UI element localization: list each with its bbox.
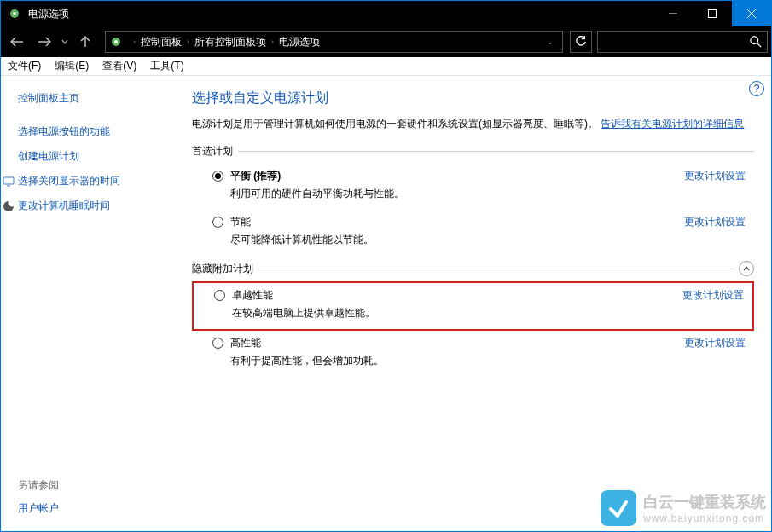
breadcrumb[interactable]: › 控制面板 › 所有控制面板项 › 电源选项 ⌄	[105, 31, 563, 53]
change-plan-settings-link[interactable]: 更改计划设置	[684, 169, 746, 183]
refresh-button[interactable]	[570, 31, 592, 53]
menu-bar: 文件(F) 编辑(E) 查看(V) 工具(T)	[1, 57, 771, 76]
svg-point-4	[114, 40, 118, 43]
plan-balanced: 平衡 (推荐) 更改计划设置 利用可用的硬件自动平衡功耗与性能。	[192, 164, 754, 210]
plan-high: 高性能 更改计划设置 有利于提高性能，但会增加功耗。	[192, 331, 754, 377]
radio-saver[interactable]	[212, 217, 223, 228]
page-description: 电源计划是用于管理计算机如何使用电源的一套硬件和系统设置(如显示器亮度、睡眠等)…	[192, 116, 754, 132]
svg-point-5	[751, 37, 758, 44]
menu-file[interactable]: 文件(F)	[1, 59, 48, 73]
title-bar: 电源选项	[1, 1, 771, 26]
plan-ultimate: 卓越性能 更改计划设置 在较高端电脑上提供卓越性能。	[192, 281, 754, 331]
sidebar: 控制面板主页 选择电源按钮的功能 创建电源计划 选择关闭显示器的时间 更改计算机…	[1, 76, 180, 531]
plan-name[interactable]: 卓越性能	[232, 288, 273, 303]
watermark-brand: 白云一键重装系统	[643, 492, 766, 512]
sidebar-display-off[interactable]: 选择关闭显示器的时间	[18, 174, 170, 188]
close-button[interactable]	[732, 1, 771, 26]
chevron-right-icon: ›	[187, 38, 189, 46]
minimize-button[interactable]	[653, 1, 693, 26]
moon-icon	[3, 200, 15, 212]
sidebar-home[interactable]: 控制面板主页	[18, 91, 170, 106]
nav-bar: › 控制面板 › 所有控制面板项 › 电源选项 ⌄	[1, 26, 771, 57]
up-button[interactable]	[73, 29, 98, 55]
plan-desc: 有利于提高性能，但会增加功耗。	[230, 354, 746, 368]
plan-name[interactable]: 高性能	[230, 336, 261, 350]
plan-saver: 节能 更改计划设置 尽可能降低计算机性能以节能。	[192, 210, 754, 256]
search-input[interactable]	[597, 31, 768, 53]
window-controls	[653, 1, 771, 26]
plan-desc: 利用可用的硬件自动平衡功耗与性能。	[230, 187, 746, 201]
watermark-url: www.baiyunxitong.com	[643, 512, 766, 524]
plan-desc: 在较高端电脑上提供卓越性能。	[232, 306, 744, 321]
plan-name[interactable]: 平衡 (推荐)	[230, 169, 281, 183]
window-title: 电源选项	[28, 7, 653, 21]
help-icon[interactable]: ?	[749, 81, 764, 96]
collapse-button[interactable]	[739, 261, 754, 276]
svg-rect-2	[709, 10, 717, 18]
page-heading: 选择或自定义电源计划	[192, 90, 754, 107]
learn-more-link[interactable]: 告诉我有关电源计划的详细信息	[601, 118, 744, 130]
menu-tools[interactable]: 工具(T)	[143, 59, 190, 73]
recent-button[interactable]	[59, 29, 71, 55]
change-plan-settings-link[interactable]: 更改计划设置	[684, 215, 746, 229]
section-preferred: 首选计划	[192, 144, 754, 159]
svg-point-1	[13, 12, 16, 15]
radio-ultimate[interactable]	[214, 290, 225, 301]
see-also-link[interactable]: 用户帐户	[18, 501, 59, 516]
app-icon	[8, 7, 21, 20]
radio-balanced[interactable]	[212, 171, 223, 182]
monitor-icon	[3, 176, 15, 188]
sidebar-sleep-time[interactable]: 更改计算机睡眠时间	[18, 199, 170, 213]
see-also-label: 另请参阅	[18, 478, 59, 493]
forward-button[interactable]	[32, 29, 57, 55]
breadcrumb-icon	[109, 35, 123, 49]
chevron-right-icon: ›	[133, 38, 136, 46]
svg-rect-6	[3, 177, 14, 184]
sidebar-create-plan[interactable]: 创建电源计划	[18, 149, 170, 164]
main-panel: 选择或自定义电源计划 电源计划是用于管理计算机如何使用电源的一套硬件和系统设置(…	[180, 76, 771, 531]
breadcrumb-item[interactable]: 电源选项	[279, 35, 320, 49]
plan-name[interactable]: 节能	[230, 215, 251, 229]
breadcrumb-item[interactable]: 控制面板	[141, 35, 182, 49]
chevron-right-icon: ›	[271, 38, 274, 46]
watermark: 白云一键重装系统 www.baiyunxitong.com	[601, 490, 766, 526]
change-plan-settings-link[interactable]: 更改计划设置	[684, 336, 746, 350]
menu-view[interactable]: 查看(V)	[96, 59, 143, 73]
watermark-logo-icon	[601, 490, 636, 526]
breadcrumb-item[interactable]: 所有控制面板项	[194, 35, 266, 49]
plan-desc: 尽可能降低计算机性能以节能。	[230, 233, 746, 247]
maximize-button[interactable]	[693, 1, 732, 26]
section-additional: 隐藏附加计划	[192, 261, 754, 276]
sidebar-button-behavior[interactable]: 选择电源按钮的功能	[18, 124, 170, 139]
menu-edit[interactable]: 编辑(E)	[48, 59, 96, 73]
chevron-down-icon[interactable]: ⌄	[547, 38, 554, 46]
change-plan-settings-link[interactable]: 更改计划设置	[682, 288, 744, 303]
back-button[interactable]	[4, 29, 30, 55]
radio-high[interactable]	[212, 338, 223, 349]
